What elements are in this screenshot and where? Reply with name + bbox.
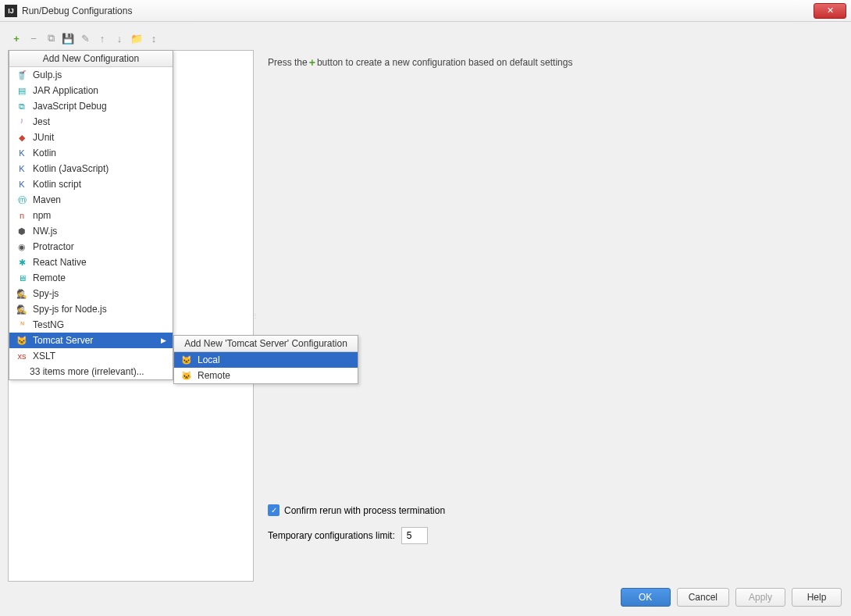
submenu-item-label: Local — [198, 354, 220, 365]
config-type-icon: ⬢ — [16, 225, 28, 237]
config-type-item[interactable]: KKotlin — [9, 145, 173, 161]
config-type-icon: xs — [16, 350, 28, 362]
config-type-item[interactable]: KKotlin script — [9, 176, 173, 192]
hint-text: Press the + button to create a new confi… — [268, 56, 837, 69]
config-type-item[interactable]: 🖥Remote — [9, 270, 173, 286]
edit-icon[interactable]: ✎ — [78, 31, 92, 45]
plus-icon: + — [309, 56, 315, 69]
popup-more[interactable]: 33 items more (irrelevant)... — [9, 364, 173, 379]
config-type-icon: 🖥 — [16, 272, 28, 284]
config-type-icon: ⧉ — [16, 100, 28, 112]
config-type-label: JavaScript Debug — [33, 101, 107, 112]
window-title: Run/Debug Configurations — [22, 5, 132, 16]
button-bar: OK Cancel Apply Help — [8, 582, 843, 608]
config-type-label: npm — [33, 210, 51, 221]
popup-more-label: 33 items more (irrelevant)... — [30, 366, 144, 377]
config-type-label: XSLT — [33, 351, 55, 361]
chevron-right-icon: ▶ — [161, 336, 166, 344]
config-type-label: Tomcat Server — [33, 335, 93, 346]
config-type-label: JUnit — [33, 132, 54, 143]
hint-part2: button to create a new configuration bas… — [317, 57, 573, 68]
sort-icon[interactable]: ↕ — [147, 31, 161, 45]
config-type-item[interactable]: ᴺTestNG — [9, 317, 173, 333]
confirm-rerun-label: Confirm rerun with process termination — [284, 505, 445, 516]
config-type-item[interactable]: xsXSLT — [9, 348, 173, 364]
config-type-item[interactable]: ▤JAR Application — [9, 83, 173, 98]
config-type-item[interactable]: ⬢NW.js — [9, 223, 173, 239]
help-button[interactable]: Help — [792, 588, 842, 607]
config-type-label: TestNG — [33, 319, 64, 330]
config-type-icon: ▤ — [16, 84, 28, 97]
config-type-label: NW.js — [33, 226, 57, 237]
config-type-icon: ◆ — [16, 131, 28, 144]
detail-panel: Press the + button to create a new confi… — [257, 50, 843, 582]
config-tree-panel: Add New Configuration 🥤Gulp.js▤JAR Appli… — [8, 50, 254, 582]
save-icon[interactable]: 💾 — [61, 31, 75, 45]
config-type-label: Remote — [33, 272, 66, 283]
config-type-icon: ᴶ — [16, 116, 28, 128]
config-type-icon: 🥤 — [16, 69, 28, 81]
config-type-item[interactable]: 🥤Gulp.js — [9, 67, 173, 83]
config-type-icon: K — [16, 147, 28, 159]
config-type-label: Maven — [33, 194, 61, 205]
up-icon[interactable]: ↑ — [95, 31, 109, 45]
copy-icon[interactable]: ⧉ — [44, 31, 58, 45]
config-type-icon: ⓜ — [16, 194, 28, 206]
submenu-item[interactable]: 🐱Local — [174, 352, 358, 368]
folder-icon[interactable]: 📁 — [130, 31, 144, 45]
config-type-icon: K — [16, 178, 28, 190]
config-type-label: Spy-js — [33, 288, 59, 299]
config-type-icon: K — [16, 162, 28, 175]
down-icon[interactable]: ↓ — [112, 31, 126, 45]
config-type-label: Kotlin — [33, 148, 56, 158]
config-type-item[interactable]: KKotlin (JavaScript) — [9, 161, 173, 176]
ok-button[interactable]: OK — [621, 588, 671, 607]
limit-input[interactable] — [401, 527, 428, 544]
submenu-item-label: Remote — [198, 370, 230, 381]
config-type-item[interactable]: ◉Protractor — [9, 239, 173, 255]
config-type-item[interactable]: ◆JUnit — [9, 130, 173, 145]
config-type-icon: ✱ — [16, 256, 28, 269]
config-type-label: Kotlin (JavaScript) — [33, 163, 109, 174]
config-type-item[interactable]: ⧉JavaScript Debug — [9, 98, 173, 114]
tomcat-icon: 🐱 — [180, 369, 193, 382]
config-type-icon: ᴺ — [16, 319, 28, 331]
limit-label: Temporary configurations limit: — [268, 530, 395, 541]
confirm-rerun-checkbox[interactable]: ✓ — [268, 504, 280, 516]
config-type-label: Protractor — [33, 241, 74, 252]
close-button[interactable]: ✕ — [814, 3, 846, 19]
config-type-item[interactable]: 🕵Spy-js for Node.js — [9, 301, 173, 317]
config-type-item[interactable]: ⓜMaven — [9, 192, 173, 208]
tomcat-submenu: Add New 'Tomcat Server' Configuration 🐱L… — [173, 335, 358, 384]
config-type-icon: ◉ — [16, 240, 28, 253]
add-config-popup: Add New Configuration 🥤Gulp.js▤JAR Appli… — [9, 50, 173, 380]
config-type-icon: 🕵 — [16, 287, 28, 300]
submenu-item[interactable]: 🐱Remote — [174, 368, 358, 383]
app-icon: IJ — [5, 5, 17, 17]
titlebar: IJ Run/Debug Configurations ✕ — [0, 0, 851, 22]
config-type-icon: 🕵 — [16, 303, 28, 315]
config-type-icon: 🐱 — [16, 334, 28, 347]
hint-part1: Press the — [268, 57, 308, 68]
submenu-header: Add New 'Tomcat Server' Configuration — [174, 336, 358, 352]
add-icon[interactable]: + — [9, 31, 23, 45]
config-type-label: Jest — [33, 116, 50, 127]
remove-icon[interactable]: − — [27, 31, 41, 45]
config-type-label: React Native — [33, 257, 87, 268]
config-type-label: Spy-js for Node.js — [33, 304, 107, 315]
config-type-item[interactable]: 🕵Spy-js — [9, 286, 173, 301]
tomcat-icon: 🐱 — [180, 354, 193, 366]
config-type-item[interactable]: ᴶJest — [9, 114, 173, 130]
config-type-item[interactable]: nnpm — [9, 208, 173, 223]
config-type-label: JAR Application — [33, 85, 98, 96]
toolbar: + − ⧉ 💾 ✎ ↑ ↓ 📁 ↕ — [8, 30, 843, 47]
config-type-icon: n — [16, 209, 28, 222]
apply-button[interactable]: Apply — [735, 588, 785, 607]
config-type-item[interactable]: 🐱Tomcat Server▶ — [9, 333, 173, 348]
cancel-button[interactable]: Cancel — [677, 588, 729, 607]
popup-header: Add New Configuration — [9, 51, 173, 67]
config-type-label: Gulp.js — [33, 69, 62, 80]
config-type-item[interactable]: ✱React Native — [9, 255, 173, 270]
config-type-label: Kotlin script — [33, 179, 81, 190]
